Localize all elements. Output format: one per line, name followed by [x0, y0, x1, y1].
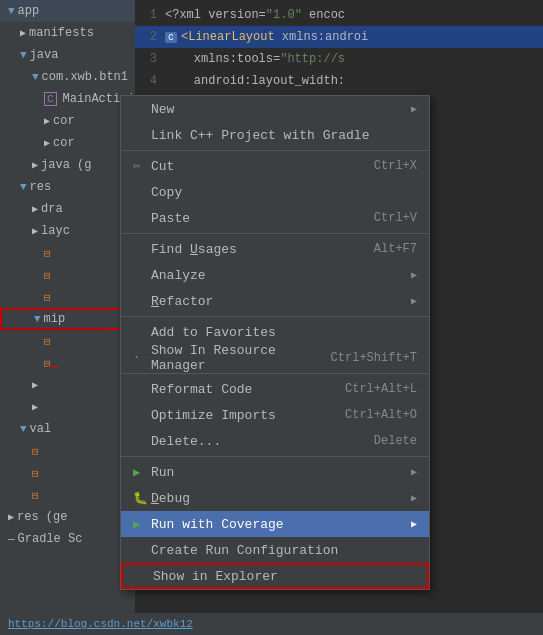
tree-item-val[interactable]: ▼ val [0, 418, 135, 440]
menu-item-show-resource[interactable]: · Show In Resource Manager Ctrl+Shift+T [121, 345, 429, 371]
run-icon: ▶ [133, 465, 151, 480]
tree-label: cor [53, 114, 75, 128]
code-line-3: 3 xmlns:tools="http://s [135, 48, 543, 70]
arrow-right-icon: ▶ [44, 115, 50, 127]
tree-item-package[interactable]: ▼ com.xwb.btn1 [0, 66, 135, 88]
menu-separator [121, 316, 429, 317]
shortcut-label: Delete [374, 434, 417, 448]
submenu-arrow-icon: ▶ [411, 269, 417, 281]
code-lines: 1 <?xml version="1.0" encoc 2 c <LinearL… [135, 0, 543, 92]
menu-label: Refactor [151, 294, 213, 309]
tree-label: manifests [29, 26, 94, 40]
shortcut-label: Alt+F7 [374, 242, 417, 256]
folder-open-icon: ▼ [34, 313, 41, 325]
tree-item-gradle[interactable]: — Gradle Sc [0, 528, 135, 550]
menu-item-analyze[interactable]: Analyze ▶ [121, 262, 429, 288]
menu-separator [121, 456, 429, 457]
arrow-right-icon: ▶ [32, 225, 38, 237]
tree-item-cor2[interactable]: ▶ cor [0, 132, 135, 154]
tree-item-dra[interactable]: ▶ dra [0, 198, 135, 220]
menu-label: Copy [151, 185, 182, 200]
submenu-arrow-icon: ▶ [411, 518, 417, 530]
menu-label: Reformat Code [151, 382, 252, 397]
tree-item-folder2[interactable]: ▶ [0, 396, 135, 418]
tree-item-res-ge[interactable]: ▶ res (ge [0, 506, 135, 528]
line-number: 3 [135, 52, 165, 66]
shortcut-label: Ctrl+V [374, 211, 417, 225]
menu-item-paste[interactable]: Paste Ctrl+V [121, 205, 429, 231]
line-content: <?xml version="1.0" encoc [165, 8, 345, 22]
menu-item-run[interactable]: ▶ Run ▶ [121, 459, 429, 485]
menu-item-find-usages[interactable]: Find Usages Alt+F7 [121, 236, 429, 262]
tree-file-2[interactable]: ⊟ [0, 264, 135, 286]
arrow-right-icon: ▶ [32, 203, 38, 215]
shortcut-label: Ctrl+Alt+O [345, 408, 417, 422]
tree-label: com.xwb.btn1 [42, 70, 128, 84]
shortcut-label: Ctrl+X [374, 159, 417, 173]
line-number: 1 [135, 8, 165, 22]
line-content: xmlns:tools="http://s [165, 52, 345, 66]
file-icon: ⊟ [32, 489, 39, 502]
menu-item-cut[interactable]: ✂ Cut Ctrl+X [121, 153, 429, 179]
tree-file-6[interactable]: ⊟ [0, 440, 135, 462]
line-number: 4 [135, 74, 165, 88]
code-line-4: 4 android:layout_width: [135, 70, 543, 92]
shortcut-label: Ctrl+Alt+L [345, 382, 417, 396]
tree-item-java-g[interactable]: ▶ java (g [0, 154, 135, 176]
menu-label: Link C++ Project with Gradle [151, 128, 369, 143]
tree-item-manifests[interactable]: ▶ manifests [0, 22, 135, 44]
tree-item-main-activity[interactable]: C MainActivity [0, 88, 135, 110]
menu-item-optimize[interactable]: Optimize Imports Ctrl+Alt+O [121, 402, 429, 428]
menu-item-show-explorer[interactable]: Show in Explorer [121, 563, 429, 589]
tree-label: java (g [41, 158, 91, 172]
folder-open-icon: ▼ [8, 5, 15, 17]
tree-label: res (ge [17, 510, 67, 524]
class-icon: C [44, 92, 57, 106]
submenu-arrow-icon: ▶ [411, 103, 417, 115]
tree-file-3[interactable]: ⊟ [0, 286, 135, 308]
tree-item-mip[interactable]: ▼ mip [0, 308, 135, 330]
scissors-icon: ✂ [133, 159, 151, 174]
code-line-2: 2 c <LinearLayout xmlns:androi [135, 26, 543, 48]
tree-item-res[interactable]: ▼ res [0, 176, 135, 198]
submenu-arrow-icon: ▶ [411, 295, 417, 307]
menu-separator [121, 373, 429, 374]
tree-label: mip [44, 312, 66, 326]
arrow-right-icon: ▶ [8, 511, 14, 523]
tree-item-app[interactable]: ▼ app [0, 0, 135, 22]
menu-item-refactor[interactable]: Refactor ▶ [121, 288, 429, 314]
tree-file-1[interactable]: ⊟ [0, 242, 135, 264]
status-url[interactable]: https://blog.csdn.net/xwbk12 [8, 618, 193, 630]
menu-item-new[interactable]: New ▶ [121, 96, 429, 122]
tree-item-folder1[interactable]: ▶ [0, 374, 135, 396]
menu-label: Delete... [151, 434, 221, 449]
tree-file-5[interactable]: ⊟ [0, 352, 135, 374]
file-icon: ⊟ [32, 467, 39, 480]
status-bar: https://blog.csdn.net/xwbk12 [0, 613, 543, 635]
tree-file-8[interactable]: ⊟ [0, 484, 135, 506]
menu-item-link-cpp[interactable]: Link C++ Project with Gradle [121, 122, 429, 148]
menu-item-reformat[interactable]: Reformat Code Ctrl+Alt+L [121, 376, 429, 402]
context-menu: New ▶ Link C++ Project with Gradle ✂ Cut… [120, 95, 430, 590]
menu-icon: · [133, 351, 151, 365]
menu-label: Debug [151, 491, 190, 506]
tree-item-layc[interactable]: ▶ layc [0, 220, 135, 242]
tree-item-java[interactable]: ▼ java [0, 44, 135, 66]
tree-label: res [30, 180, 52, 194]
tree-file-7[interactable]: ⊟ [0, 462, 135, 484]
file-icon: ⊟ [44, 291, 51, 304]
menu-item-debug[interactable]: 🐛 Debug ▶ [121, 485, 429, 511]
arrow-right-icon: ▶ [32, 379, 38, 391]
menu-item-run-coverage[interactable]: ▶ Run with Coverage ▶ [121, 511, 429, 537]
tree-file-4[interactable]: ⊟ [0, 330, 135, 352]
arrow-right-icon: ▶ [32, 401, 38, 413]
menu-item-delete[interactable]: Delete... Delete [121, 428, 429, 454]
run-coverage-icon: ▶ [133, 517, 151, 532]
file-icon: ⊟ [32, 445, 39, 458]
menu-item-create-run-config[interactable]: Create Run Configuration [121, 537, 429, 563]
menu-label: Paste [151, 211, 190, 226]
tree-label: app [18, 4, 40, 18]
menu-item-copy[interactable]: Copy [121, 179, 429, 205]
menu-item-add-favorites[interactable]: Add to Favorites [121, 319, 429, 345]
tree-item-cor1[interactable]: ▶ cor [0, 110, 135, 132]
